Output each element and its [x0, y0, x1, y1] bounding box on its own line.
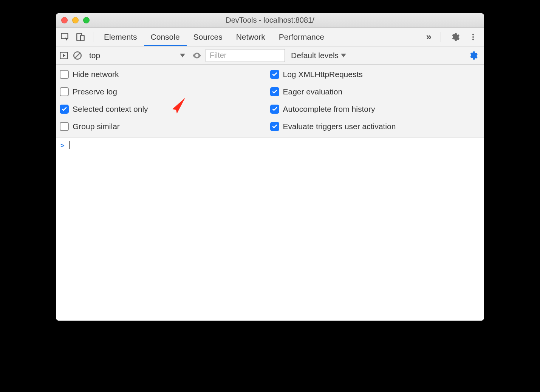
annotation-arrow-icon [169, 96, 190, 119]
svg-point-3 [472, 34, 474, 35]
log-levels-label: Default levels [291, 51, 339, 60]
checkbox[interactable] [270, 105, 279, 114]
divider [93, 32, 93, 42]
filter-input[interactable] [206, 49, 285, 62]
settings-icon[interactable] [446, 32, 464, 42]
chevron-down-icon [341, 54, 346, 57]
checkbox[interactable] [270, 70, 279, 79]
text-cursor [69, 141, 70, 149]
option-group-similar[interactable]: Group similar [60, 122, 270, 131]
titlebar: DevTools - localhost:8081/ [56, 13, 484, 28]
more-tabs-icon[interactable]: » [422, 31, 435, 43]
checkbox[interactable] [60, 70, 69, 79]
option-preserve-log[interactable]: Preserve log [60, 87, 270, 96]
option-autocomplete-history[interactable]: Autocomplete from history [270, 105, 481, 114]
device-toolbar-icon[interactable] [76, 32, 85, 42]
option-eager-evaluation[interactable]: Eager evaluation [270, 87, 481, 96]
option-evaluate-user-activation[interactable]: Evaluate triggers user activation [270, 122, 481, 131]
chevron-down-icon [180, 54, 185, 57]
devtools-window: DevTools - localhost:8081/ Elements Cons… [56, 13, 484, 321]
option-hide-network[interactable]: Hide network [60, 70, 270, 79]
console-toolbar: top Default levels [56, 46, 484, 65]
svg-point-4 [472, 36, 474, 37]
tab-console[interactable]: Console [144, 28, 187, 46]
toggle-sidebar-icon[interactable] [59, 51, 69, 60]
context-selected-label: top [89, 51, 100, 60]
svg-line-8 [75, 53, 80, 58]
checkbox[interactable] [60, 87, 69, 96]
console-output[interactable]: > [56, 137, 484, 321]
option-log-xhr[interactable]: Log XMLHttpRequests [270, 70, 481, 79]
divider [441, 32, 441, 42]
checkbox[interactable] [60, 122, 69, 131]
option-selected-context-only[interactable]: Selected context only [60, 105, 270, 114]
tab-elements[interactable]: Elements [97, 28, 144, 46]
svg-rect-0 [61, 33, 68, 39]
console-settings-panel: Hide network Preserve log Selected conte… [56, 65, 484, 137]
live-expression-icon[interactable] [192, 51, 202, 60]
svg-point-5 [472, 39, 474, 40]
svg-rect-2 [80, 35, 84, 40]
main-toolbar: Elements Console Sources Network Perform… [56, 28, 484, 46]
options-right-column: Log XMLHttpRequests Eager evaluation Aut… [270, 70, 481, 131]
tab-sources[interactable]: Sources [187, 28, 229, 46]
checkbox[interactable] [270, 122, 279, 131]
console-settings-icon[interactable] [468, 51, 481, 60]
console-prompt-icon: > [60, 141, 65, 149]
options-left-column: Hide network Preserve log Selected conte… [60, 70, 270, 131]
tab-performance[interactable]: Performance [272, 28, 331, 46]
clear-console-icon[interactable] [73, 51, 82, 60]
window-title: DevTools - localhost:8081/ [56, 16, 484, 25]
inspect-element-icon[interactable] [60, 32, 70, 42]
log-levels-selector[interactable]: Default levels [289, 51, 346, 60]
more-options-icon[interactable] [465, 33, 481, 41]
checkbox[interactable] [270, 87, 279, 96]
context-selector[interactable]: top [86, 49, 188, 62]
checkbox[interactable] [60, 105, 69, 114]
tab-network[interactable]: Network [229, 28, 272, 46]
